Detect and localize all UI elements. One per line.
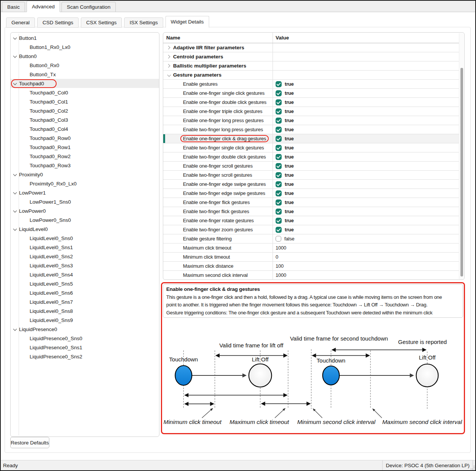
param-row[interactable]: Enable one-finger triple click gesturest… — [163, 107, 459, 116]
param-group-row[interactable]: Centroid parameters — [163, 52, 459, 61]
chevron-down-icon[interactable] — [13, 191, 17, 195]
param-row[interactable]: Enable two-finger scroll gesturestrue — [163, 171, 459, 180]
checkbox-checked-icon[interactable] — [276, 127, 282, 133]
chevron-right-icon[interactable] — [167, 55, 171, 59]
param-row[interactable]: Enable one-finger single click gesturest… — [163, 89, 459, 98]
param-value[interactable]: 1000 — [276, 272, 286, 278]
vertical-scrollbar[interactable] — [459, 33, 464, 279]
chevron-down-icon[interactable] — [13, 36, 17, 40]
tree-item-LiquidLevel0_Sns0[interactable]: LiquidLevel0_Sns0 — [11, 234, 159, 243]
tree-item-Touchpad0_Col3[interactable]: Touchpad0_Col3 — [11, 115, 159, 124]
checkbox-checked-icon[interactable] — [276, 145, 282, 151]
checkbox-checked-icon[interactable] — [276, 190, 282, 196]
tree-item-Touchpad0_Row1[interactable]: Touchpad0_Row1 — [11, 143, 159, 152]
tree-item-LiquidPresence0[interactable]: LiquidPresence0 — [11, 325, 159, 334]
tree-item-Touchpad0_Row3[interactable]: Touchpad0_Row3 — [11, 161, 159, 170]
tree-item-Touchpad0_Col0[interactable]: Touchpad0_Col0 — [11, 88, 159, 97]
tree-item-LiquidLevel0_Sns7[interactable]: LiquidLevel0_Sns7 — [11, 297, 159, 306]
resize-grip-icon[interactable] — [471, 466, 474, 469]
checkbox-checked-icon[interactable] — [276, 199, 282, 206]
tree-item-Button1_Rx0_Lx0[interactable]: Button1_Rx0_Lx0 — [11, 42, 159, 52]
param-row[interactable]: Maximum second click interval1000 — [163, 271, 459, 280]
chevron-down-icon[interactable] — [167, 73, 171, 77]
param-row[interactable]: Enable two-finger long press gesturestru… — [163, 125, 459, 134]
tree-item-LiquidLevel0_Sns5[interactable]: LiquidLevel0_Sns5 — [11, 279, 159, 288]
tree-item-LiquidLevel0_Sns2[interactable]: LiquidLevel0_Sns2 — [11, 252, 159, 261]
tree-item-Button0[interactable]: Button0 — [11, 52, 159, 61]
tree-item-Button0_Tx[interactable]: Button0_Tx — [11, 70, 159, 79]
tree-item-LowPower1_Sns0[interactable]: LowPower1_Sns0 — [11, 197, 159, 206]
tree-item-LowPower0_Sns0[interactable]: LowPower0_Sns0 — [11, 215, 159, 225]
chevron-right-icon[interactable] — [167, 64, 171, 68]
param-row[interactable]: Enable two-finger edge swipe gesturestru… — [163, 189, 459, 198]
checkbox-checked-icon[interactable] — [276, 118, 282, 124]
param-value[interactable]: 1000 — [276, 245, 286, 251]
tree-item-Touchpad0_Row2[interactable]: Touchpad0_Row2 — [11, 152, 159, 161]
tree-item-Touchpad0_Col1[interactable]: Touchpad0_Col1 — [11, 97, 159, 106]
tree-item-Button0_Rx0[interactable]: Button0_Rx0 — [11, 61, 159, 70]
tab-advanced[interactable]: Advanced — [27, 1, 60, 12]
tab-isx-settings[interactable]: ISX Settings — [124, 17, 163, 28]
tree-item-LiquidLevel0_Sns4[interactable]: LiquidLevel0_Sns4 — [11, 270, 159, 279]
param-row[interactable]: Enable one-finger long press gesturestru… — [163, 116, 459, 125]
tab-basic[interactable]: Basic — [2, 2, 25, 12]
tab-general[interactable]: General — [6, 17, 35, 28]
param-group-row[interactable]: Adaptive IIR filter parameters — [163, 43, 459, 52]
checkbox-checked-icon[interactable] — [276, 108, 282, 115]
tree-item-Button1[interactable]: Button1 — [11, 33, 159, 42]
tree-item-Proximity0[interactable]: Proximity0 — [11, 170, 159, 179]
chevron-down-icon[interactable] — [13, 227, 17, 231]
chevron-down-icon[interactable] — [13, 173, 17, 176]
chevron-down-icon[interactable] — [13, 82, 17, 85]
checkbox-checked-icon[interactable] — [276, 163, 282, 169]
param-row[interactable]: Minimum click timeout0 — [163, 253, 459, 262]
chevron-right-icon[interactable] — [167, 46, 171, 50]
param-value[interactable]: 100 — [276, 263, 284, 269]
tree-item-LiquidLevel0[interactable]: LiquidLevel0 — [11, 225, 159, 234]
tree-item-Touchpad0[interactable]: Touchpad0 — [11, 79, 159, 88]
restore-defaults-button[interactable]: Restore Defaults — [10, 437, 49, 448]
param-row[interactable]: Maximum click distance100 — [163, 262, 459, 271]
checkbox-unchecked-icon[interactable] — [276, 236, 281, 242]
chevron-down-icon[interactable] — [13, 54, 17, 58]
checkbox-checked-icon[interactable] — [276, 218, 282, 224]
tree-item-LiquidLevel0_Sns9[interactable]: LiquidLevel0_Sns9 — [11, 316, 159, 325]
checkbox-checked-icon[interactable] — [276, 227, 282, 233]
column-header-value[interactable]: Value — [273, 33, 459, 43]
param-group-row[interactable]: Gesture parameters — [163, 71, 459, 80]
param-row[interactable]: Enable two-finger double click gesturest… — [163, 152, 459, 162]
param-row[interactable]: Enable one-finger rotate gesturestrue — [163, 216, 459, 225]
param-value[interactable]: 0 — [276, 254, 278, 260]
checkbox-checked-icon[interactable] — [276, 81, 282, 87]
tab-csx-settings[interactable]: CSX Settings — [81, 17, 122, 28]
param-row[interactable]: Maximum click timeout1000 — [163, 243, 459, 253]
tree-item-LowPower0[interactable]: LowPower0 — [11, 206, 159, 215]
tab-scan-configuration[interactable]: Scan Configuration — [61, 2, 116, 12]
tree-item-Touchpad0_Col2[interactable]: Touchpad0_Col2 — [11, 106, 159, 115]
param-row[interactable]: Enable one-finger scroll gesturestrue — [163, 162, 459, 171]
param-row[interactable]: Enable one-finger flick gesturestrue — [163, 198, 459, 207]
param-row[interactable]: Enable one-finger click & drag gesturest… — [163, 134, 459, 143]
tree-item-LiquidLevel0_Sns6[interactable]: LiquidLevel0_Sns6 — [11, 288, 159, 297]
param-row[interactable]: Enable two-finger flick gesturestrue — [163, 207, 459, 216]
param-row[interactable]: Enable gesturestrue — [163, 80, 459, 89]
tree-item-Touchpad0_Col4[interactable]: Touchpad0_Col4 — [11, 124, 159, 133]
tree-item-LiquidLevel0_Sns1[interactable]: LiquidLevel0_Sns1 — [11, 243, 159, 252]
tree-item-Touchpad0_Row0[interactable]: Touchpad0_Row0 — [11, 133, 159, 143]
checkbox-checked-icon[interactable] — [276, 181, 282, 187]
checkbox-checked-icon[interactable] — [276, 99, 282, 105]
param-row[interactable]: Enable one-finger edge swipe gesturestru… — [163, 180, 459, 189]
tree-item-LiquidPresence0_Sns2[interactable]: LiquidPresence0_Sns2 — [11, 352, 159, 361]
chevron-down-icon[interactable] — [13, 327, 17, 331]
checkbox-checked-icon[interactable] — [276, 136, 282, 142]
param-row[interactable]: Enable two-finger single click gesturest… — [163, 143, 459, 152]
tab-widget-details[interactable]: Widget Details — [165, 16, 209, 28]
tree-item-LowPower1[interactable]: LowPower1 — [11, 188, 159, 197]
tree-item-Proximity0_Rx0_Lx0[interactable]: Proximity0_Rx0_Lx0 — [11, 179, 159, 188]
param-row[interactable]: Enable gesture filteringfalse — [163, 234, 459, 243]
checkbox-checked-icon[interactable] — [276, 154, 282, 160]
scrollbar-thumb[interactable] — [460, 68, 463, 276]
tree-item-LiquidPresence0_Sns1[interactable]: LiquidPresence0_Sns1 — [11, 343, 159, 352]
checkbox-checked-icon[interactable] — [276, 172, 282, 178]
tree-item-LiquidPresence0_Sns0[interactable]: LiquidPresence0_Sns0 — [11, 334, 159, 343]
